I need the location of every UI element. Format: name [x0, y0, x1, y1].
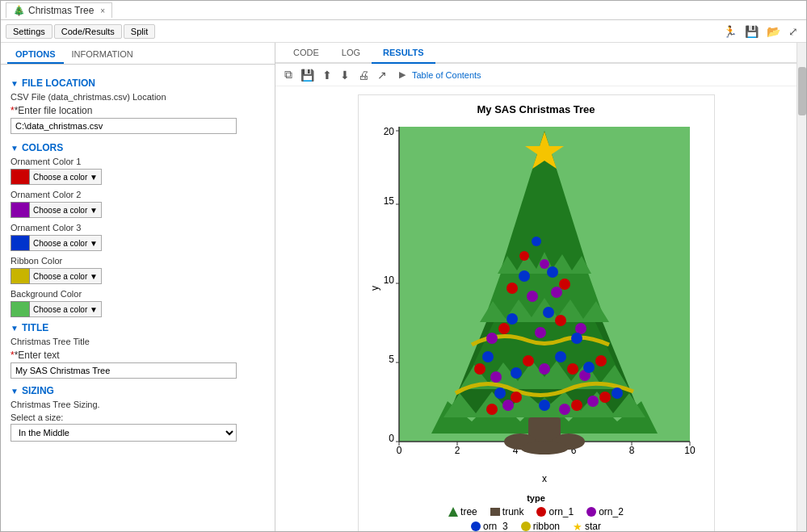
results-toolbar: ⧉ 💾 ⬆ ⬇ 🖨 ↗ ▶ Table of Contents [275, 64, 796, 86]
ornament-blue-2 [539, 400, 550, 411]
legend-tree-icon [448, 507, 458, 517]
fullscreen-icon[interactable]: ↗ [375, 68, 389, 82]
tree-tab-icon: 🎄 [13, 5, 25, 16]
ornament-blue-5 [511, 367, 522, 379]
ornament-color-2-swatch[interactable] [11, 202, 30, 218]
ornament-color-3-swatch[interactable] [11, 235, 30, 251]
title-tab[interactable]: 🎄 Christmas Tree × [6, 2, 112, 18]
legend-tree: tree [448, 506, 477, 517]
ornament-red-7 [567, 363, 578, 375]
app-window: 🎄 Christmas Tree × Settings Code/Results… [0, 0, 807, 532]
title-input[interactable] [11, 362, 237, 379]
legend-tree-label: tree [460, 506, 477, 517]
background-color-swatch[interactable] [11, 301, 30, 317]
ornament-blue-12 [547, 266, 558, 278]
x-tick-8: 8 [628, 445, 634, 456]
ribbon-color-button[interactable]: Choose a color ▼ [30, 268, 102, 284]
split-button[interactable]: Split [124, 24, 155, 39]
legend-orn3: orn_3 [471, 521, 508, 531]
ornament-color-1-label: Ornament Color 1 [11, 157, 265, 166]
csv-desc: CSV File (data_christmas.csv) Location [11, 92, 265, 102]
ornament-red-2 [511, 392, 522, 403]
ornament-color-2-button[interactable]: Choose a color ▼ [30, 202, 102, 218]
ornament-purple-3 [587, 396, 599, 407]
ornament-purple-4 [490, 371, 502, 383]
file-location-arrow: ▼ [11, 79, 19, 88]
left-panel: OPTIONS INFORMATION ▼ FILE LOCATION CSV … [1, 43, 275, 531]
background-color-button[interactable]: Choose a color ▼ [30, 301, 102, 317]
file-location-input[interactable] [11, 118, 237, 134]
ornament-color-2-row: Choose a color ▼ [11, 202, 265, 218]
copy-icon[interactable]: ⧉ [282, 67, 295, 82]
ornament-color-1-row: Choose a color ▼ [11, 169, 265, 185]
legend-trunk-label: trunk [502, 506, 524, 517]
legend-orn2: orn_2 [586, 506, 624, 517]
ornament-red-12 [559, 279, 570, 290]
colors-header[interactable]: ▼ COLORS [11, 142, 265, 153]
file-location-label: FILE LOCATION [22, 77, 95, 89]
export-icon[interactable]: ⬆ [320, 68, 334, 82]
trunk-base [520, 442, 569, 455]
ornament-color-3-label: Ornament Color 3 [11, 223, 265, 232]
title-header[interactable]: ▼ TITLE [11, 322, 265, 333]
panel-content: ▼ FILE LOCATION CSV File (data_christmas… [1, 65, 275, 448]
chart-area: My SAS Christmas Tree y x 0 5 10 15 [275, 86, 796, 531]
toc-link[interactable]: Table of Contents [412, 70, 481, 80]
sizing-select[interactable]: Small In the Middle Large [11, 424, 237, 442]
title-section-label: TITLE [22, 322, 48, 333]
x-axis-label: x [542, 473, 547, 484]
close-tab-button[interactable]: × [100, 6, 105, 15]
settings-button[interactable]: Settings [6, 24, 53, 39]
ornament-red-8 [595, 355, 607, 367]
sizing-label: SIZING [22, 385, 54, 396]
expand-icon[interactable]: ⤢ [785, 23, 801, 40]
tab-code[interactable]: CODE [282, 43, 330, 64]
open-icon[interactable]: 📂 [763, 23, 784, 40]
ornament-blue-9 [543, 307, 554, 318]
christmas-tree-chart: y x 0 5 10 15 20 0 2 4 6 8 [367, 119, 706, 490]
legend-orn3-icon [471, 522, 481, 531]
ornament-red-6 [523, 355, 534, 367]
download-icon[interactable]: ⬇ [338, 68, 352, 82]
y-tick-5: 5 [389, 354, 394, 365]
x-tick-10: 10 [684, 445, 696, 456]
ornament-color-1-swatch[interactable] [11, 169, 30, 185]
file-input-label: **Enter file location [11, 105, 265, 116]
title-tab-label: Christmas Tree [28, 5, 94, 16]
ornament-red-3 [571, 400, 582, 411]
ribbon-color-label: Ribbon Color [11, 256, 265, 266]
print-icon[interactable]: 🖨 [355, 68, 372, 82]
main-layout: OPTIONS INFORMATION ▼ FILE LOCATION CSV … [1, 43, 806, 531]
ribbon-color-swatch[interactable] [11, 268, 30, 284]
right-scrollbar[interactable] [796, 43, 806, 531]
code-results-button[interactable]: Code/Results [54, 24, 122, 39]
scrollbar-thumb[interactable] [798, 67, 806, 115]
save-icon[interactable]: 💾 [742, 23, 762, 40]
tab-results[interactable]: RESULTS [372, 43, 435, 64]
right-panel: CODE LOG RESULTS ⧉ 💾 ⬆ ⬇ 🖨 ↗ ▶ Table of … [275, 43, 796, 531]
y-tick-0: 0 [389, 433, 394, 444]
tab-information[interactable]: INFORMATION [64, 46, 141, 64]
colors-label: COLORS [22, 142, 63, 153]
tab-log[interactable]: LOG [330, 43, 372, 64]
legend-row-2: orn_3 ribbon ★ star [471, 521, 601, 531]
y-tick-20: 20 [383, 126, 394, 137]
legend-orn1: orn_1 [536, 506, 574, 517]
toc-arrow: ▶ [399, 69, 406, 80]
ornament-color-3-button[interactable]: Choose a color ▼ [30, 235, 102, 251]
legend-star-icon: ★ [573, 522, 582, 532]
title-arrow: ▼ [11, 324, 19, 333]
file-location-header[interactable]: ▼ FILE LOCATION [11, 77, 265, 89]
tab-options[interactable]: OPTIONS [7, 46, 64, 64]
y-tick-10: 10 [383, 274, 394, 286]
ornament-blue-8 [506, 313, 518, 325]
legend-orn2-label: orn_2 [599, 506, 624, 517]
legend-trunk: trunk [490, 506, 524, 517]
run-icon[interactable]: 🏃 [720, 23, 740, 40]
ornament-red-4 [599, 392, 611, 403]
ornament-color-1-button[interactable]: Choose a color ▼ [30, 169, 102, 185]
ornament-red-10 [555, 315, 566, 326]
sizing-header[interactable]: ▼ SIZING [11, 385, 265, 396]
save-results-icon[interactable]: 💾 [298, 68, 317, 82]
ornament-blue-4 [482, 351, 494, 362]
